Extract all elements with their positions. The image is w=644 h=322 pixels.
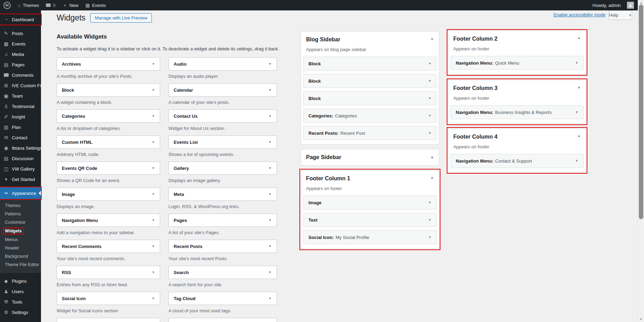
scroll-up-icon[interactable]: ▲: [638, 1, 644, 5]
chevron-down-icon[interactable]: ▼: [428, 131, 431, 135]
chevron-down-icon[interactable]: ▼: [269, 140, 272, 144]
assigned-widget-navigation-menu[interactable]: Navigation Menu: Quick Menu ▼: [451, 56, 584, 70]
chevron-down-icon[interactable]: ▼: [269, 297, 272, 300]
submenu-item-patterns[interactable]: Patterns: [0, 210, 41, 218]
chevron-up-icon[interactable]: ▲: [430, 36, 434, 40]
wordpress-menu[interactable]: W: [0, 0, 14, 10]
chevron-down-icon[interactable]: ▼: [575, 110, 578, 114]
chevron-down-icon[interactable]: ▼: [152, 114, 155, 118]
chevron-down-icon[interactable]: ▼: [430, 156, 434, 159]
sidebar-item-ive-custom-fields[interactable]: ⊞ IVE Custom Fields: [0, 80, 41, 91]
sidebar-item-contact[interactable]: ✉ Contact: [0, 132, 41, 143]
widget-card[interactable]: Search▼: [168, 266, 277, 279]
widget-card[interactable]: Recent Comments▼: [57, 240, 160, 253]
widget-card[interactable]: Recent Posts▼: [168, 240, 277, 253]
sidebar-item-media[interactable]: ♫ Media: [0, 49, 41, 59]
assigned-widget-image[interactable]: Image ▼: [303, 196, 437, 209]
sidebar-item-get-started[interactable]: ▾ Get Started: [0, 174, 41, 184]
chevron-down-icon[interactable]: ▼: [152, 140, 155, 144]
sidebar-item-team[interactable]: ▣ Team: [0, 91, 41, 101]
chevron-down-icon[interactable]: ▼: [428, 62, 431, 65]
widget-card[interactable]: Custom HTML▼: [57, 135, 160, 149]
sidebar-item-testimonial[interactable]: ♙ Testimonial: [0, 101, 41, 112]
sidebar-item-events[interactable]: ▦ Events: [0, 39, 41, 49]
vertical-scrollbar[interactable]: ▲ ▼: [638, 0, 644, 322]
assigned-widget-recent-posts[interactable]: Recent Posts: Recent Post ▼: [303, 126, 437, 140]
chevron-up-icon[interactable]: ▲: [577, 85, 581, 89]
assigned-widget-navigation-menu[interactable]: Navigation Menu: Contact & Support ▼: [451, 154, 584, 168]
howdy-account-menu[interactable]: Howdy, admin: [589, 0, 624, 10]
chevron-down-icon[interactable]: ▼: [269, 218, 272, 222]
assigned-widget-categories[interactable]: Categories: Categories ▼: [303, 109, 437, 123]
avatar[interactable]: ♟: [627, 2, 634, 9]
sidebar-item-users[interactable]: ♟ Users: [0, 286, 41, 297]
widget-card[interactable]: Navigation Menu▼: [57, 214, 160, 227]
manage-with-live-preview-button[interactable]: Manage with Live Preview: [90, 13, 152, 23]
sidebar-item-discussion[interactable]: ▤ Discussion: [0, 153, 41, 164]
sidebar-item-pages[interactable]: ▤ Pages: [0, 59, 41, 70]
sidebar-item-plugins[interactable]: ◆ Plugins: [0, 276, 41, 286]
chevron-down-icon[interactable]: ▼: [152, 166, 155, 170]
chevron-down-icon[interactable]: ▼: [575, 61, 578, 65]
chevron-down-icon[interactable]: ▼: [269, 166, 272, 170]
chevron-down-icon[interactable]: ▼: [575, 159, 578, 163]
widget-card[interactable]: Tag Cloud▼: [168, 292, 277, 305]
chevron-up-icon[interactable]: ▲: [577, 134, 581, 138]
chevron-down-icon[interactable]: ▼: [152, 245, 155, 248]
sidebar-item-ibtana-settings[interactable]: ◉ Ibtana Settings: [0, 143, 41, 153]
sidebar-item-vw-gallery[interactable]: ◫ VW Gallery: [0, 164, 41, 174]
chevron-down-icon[interactable]: ▼: [152, 192, 155, 196]
page-sidebar-card[interactable]: Page Sidebar ▼: [301, 149, 439, 166]
sidebar-item-plan[interactable]: ▥ Plan: [0, 122, 41, 132]
chevron-down-icon[interactable]: ▼: [269, 245, 272, 248]
events-shortcut[interactable]: ▦ Events: [82, 0, 109, 10]
submenu-item-themes[interactable]: Themes: [0, 201, 41, 210]
enable-accessibility-mode-link[interactable]: Enable accessibility mode: [553, 12, 605, 17]
chevron-down-icon[interactable]: ▼: [428, 79, 431, 83]
widget-card[interactable]: Audio▼: [168, 57, 277, 71]
submenu-item-background[interactable]: Background: [0, 252, 41, 261]
widget-card[interactable]: Contact Us▼: [168, 109, 277, 123]
comments-shortcut[interactable]: 0: [42, 0, 59, 10]
scroll-down-icon[interactable]: ▼: [638, 317, 644, 321]
chevron-down-icon[interactable]: ▼: [269, 192, 272, 196]
chevron-down-icon[interactable]: ▼: [428, 114, 431, 117]
sidebar-item-appearance[interactable]: ✑ Appearance: [0, 187, 41, 199]
chevron-down-icon[interactable]: ▼: [269, 88, 272, 92]
sidebar-item-tools[interactable]: ⚒ Tools: [0, 297, 41, 307]
chevron-down-icon[interactable]: ▼: [428, 218, 431, 222]
widget-card[interactable]: RSS▼: [57, 266, 160, 279]
sidebar-item-settings[interactable]: ⚙ Settings: [0, 307, 41, 317]
chevron-down-icon[interactable]: ▼: [152, 88, 155, 92]
chevron-up-icon[interactable]: ▲: [577, 36, 581, 40]
assigned-widget-block[interactable]: Block ▼: [303, 57, 437, 71]
chevron-up-icon[interactable]: ▲: [430, 175, 434, 179]
help-dropdown[interactable]: Help ▼: [609, 10, 632, 20]
widget-card[interactable]: [57, 318, 160, 322]
chevron-down-icon[interactable]: ▼: [428, 201, 431, 204]
widget-card[interactable]: Social Icon▼: [57, 292, 160, 305]
chevron-down-icon[interactable]: ▼: [428, 236, 431, 239]
sidebar-item-insight[interactable]: ✐ Insight: [0, 112, 41, 122]
assigned-widget-block[interactable]: Block ▼: [303, 91, 437, 105]
chevron-down-icon[interactable]: ▼: [269, 271, 272, 274]
widget-card[interactable]: Events QR Code▼: [57, 162, 160, 175]
assigned-widget-block[interactable]: Block ▼: [303, 74, 437, 88]
submenu-item-theme-file-editor[interactable]: Theme File Editor: [0, 261, 41, 269]
widget-card[interactable]: Archives▼: [57, 57, 160, 71]
new-content-menu[interactable]: ＋ New: [59, 0, 82, 10]
sidebar-item-comments[interactable]: Comments: [0, 70, 41, 80]
assigned-widget-navigation-menu[interactable]: Navigation Menu: Business Insights & Rep…: [451, 105, 584, 119]
chevron-down-icon[interactable]: ▼: [428, 97, 431, 100]
chevron-down-icon[interactable]: ▼: [152, 297, 155, 300]
chevron-down-icon[interactable]: ▼: [152, 271, 155, 274]
submenu-item-customize[interactable]: Customize: [0, 218, 41, 226]
widget-card[interactable]: Events List▼: [168, 135, 277, 149]
widget-card[interactable]: Block▼: [57, 83, 160, 97]
assigned-widget-text[interactable]: Text ▼: [303, 213, 437, 227]
submenu-item-widgets[interactable]: Widgets: [0, 226, 41, 236]
chevron-down-icon[interactable]: ▼: [269, 114, 272, 118]
widget-card[interactable]: Calendar▼: [168, 83, 277, 97]
sidebar-item-posts[interactable]: ✎ Posts: [0, 28, 41, 39]
widget-card[interactable]: [168, 318, 277, 322]
